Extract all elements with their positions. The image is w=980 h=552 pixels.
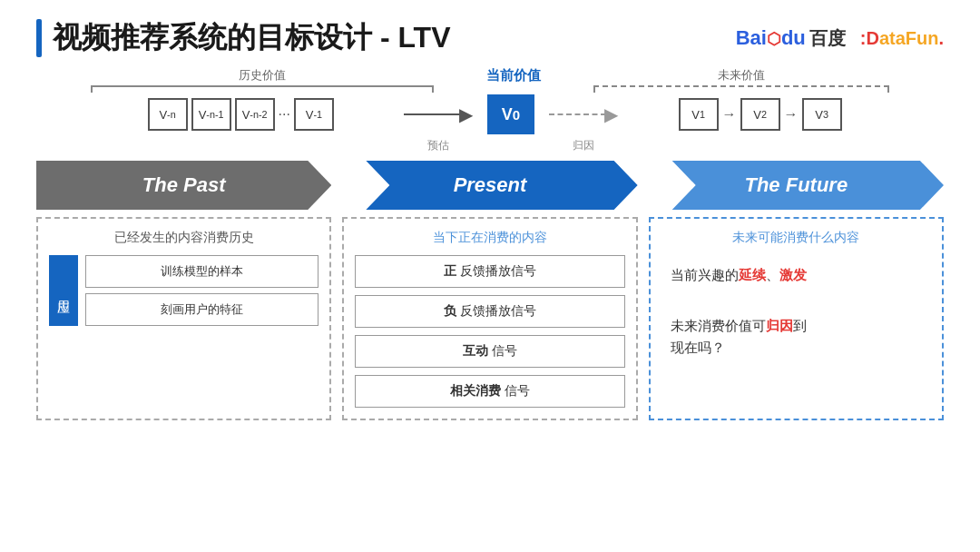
estimate-label: 预估	[427, 138, 449, 153]
future-red-1a: 延续	[739, 267, 766, 282]
apply-items: 训练模型的样本 刻画用户的特征	[85, 255, 318, 326]
datafun-logo: :DataFun.	[860, 28, 944, 49]
dashed-arrow-area: ▶	[549, 104, 618, 125]
past-boxes: V-n V-n-1 V-n-2 ··· V-1	[82, 98, 400, 131]
v-box-3: V3	[802, 98, 842, 131]
future-boxes: V1 → V2 → V3	[622, 98, 898, 131]
future-text-1a: 当前兴趣的	[671, 267, 739, 282]
signal-item-4: 相关消费 信号	[355, 375, 624, 408]
hist-value-label: 历史价值	[239, 67, 286, 84]
future-sep-1: 、	[766, 267, 779, 282]
arrow-1-icon: →	[722, 106, 737, 123]
current-value-label: 当前价值	[486, 67, 541, 84]
present-box-area: V0	[476, 94, 545, 134]
signal-2-text: 反馈播放信号	[456, 303, 536, 318]
present-shape: Present	[342, 161, 637, 210]
header-title-area: 视频推荐系统的目标设计 - LTV	[36, 18, 451, 58]
page: 视频推荐系统的目标设计 - LTV Bai⬡du百度 :DataFun. 历史价…	[0, 0, 980, 552]
signal-item-3: 互动 信号	[355, 335, 624, 368]
logo-area: Bai⬡du百度 :DataFun.	[736, 26, 944, 51]
future-shape: The Future	[649, 161, 944, 210]
dashed-right-arrow-icon: ▶	[604, 104, 618, 125]
signal-3-bold: 互动	[463, 343, 488, 358]
signal-1-bold: 正	[444, 263, 456, 278]
header: 视频推荐系统的目标设计 - LTV Bai⬡du百度 :DataFun.	[36, 18, 944, 58]
signal-4-bold: 相关消费	[450, 383, 501, 398]
future-subtitle: 未来可能消费什么内容	[662, 230, 931, 246]
signal-4-text: 信号	[501, 383, 530, 398]
present-content-box: 当下正在消费的内容 正 反馈播放信号 负 反馈播放信号 互动 信号 相关消费 信…	[342, 217, 637, 420]
future-item-1: 当前兴趣的延续、激发	[662, 255, 931, 295]
past-subtitle: 已经发生的内容消费历史	[49, 230, 318, 246]
v-box-minus1: V-1	[294, 98, 334, 131]
future-column: The Future 未来可能消费什么内容 当前兴趣的延续、激发 未来消费价值可…	[649, 161, 944, 420]
main-columns: The Past 已经发生的内容消费历史 应用 训练模型的样本 刻画用户的特征 …	[36, 161, 944, 420]
signal-item-1: 正 反馈播放信号	[355, 255, 624, 288]
v-box-n2: V-n-2	[235, 98, 275, 131]
present-label: Present	[454, 173, 527, 196]
present-timeline-label: 当前价值	[458, 67, 568, 84]
future-item-2: 未来消费价值可归因到现在吗？	[662, 306, 931, 368]
past-shape: The Past	[36, 161, 331, 210]
future-label: The Future	[744, 173, 848, 196]
present-subtitle: 当下正在消费的内容	[355, 230, 624, 246]
past-column: The Past 已经发生的内容消费历史 应用 训练模型的样本 刻画用户的特征	[36, 161, 331, 420]
future-red-2: 归因	[766, 318, 793, 333]
v0-box: V0	[487, 94, 534, 134]
v-box-n1: V-n-1	[191, 98, 231, 131]
past-content-box: 已经发生的内容消费历史 应用 训练模型的样本 刻画用户的特征	[36, 217, 331, 420]
sub-labels-row: 预估 归因	[73, 138, 907, 153]
signal-item-2: 负 反馈播放信号	[355, 295, 624, 328]
past-apply-container: 应用 训练模型的样本 刻画用户的特征	[49, 255, 318, 326]
future-red-1b: 激发	[779, 267, 807, 282]
future-value-label: 未来价值	[718, 67, 765, 84]
title-bar-decoration	[36, 19, 42, 57]
v-box-1: V1	[679, 98, 719, 131]
signal-1-text: 反馈播放信号	[456, 263, 536, 278]
baidu-logo: Bai⬡du百度	[736, 26, 846, 51]
apply-item-1: 训练模型的样本	[85, 255, 318, 288]
page-title: 视频推荐系统的目标设计 - LTV	[53, 18, 451, 58]
future-timeline-group: 未来价值	[584, 67, 898, 93]
future-text-2a: 未来消费价值可	[671, 318, 766, 333]
v-box-n: V-n	[148, 98, 188, 131]
arrow-2-icon: →	[784, 106, 799, 123]
apply-item-2: 刻画用户的特征	[85, 293, 318, 326]
solid-arrow-area: ▶	[404, 104, 473, 125]
right-arrow-icon: ▶	[459, 104, 473, 125]
signal-3-text: 信号	[488, 343, 517, 358]
signal-2-bold: 负	[444, 303, 456, 318]
attribution-label: 归因	[573, 138, 594, 153]
timeline-arrow-row: V-n V-n-1 V-n-2 ··· V-1 ▶ V0 ▶ V1	[73, 94, 907, 134]
signal-items: 正 反馈播放信号 负 反馈播放信号 互动 信号 相关消费 信号	[355, 255, 624, 408]
timeline-section: 历史价值 当前价值 未来价值 V-n V-n-1 V-n-2 ···	[36, 67, 944, 153]
past-label: The Past	[142, 173, 226, 196]
past-timeline-group: 历史价值	[82, 67, 443, 93]
dots-icon: ···	[279, 106, 290, 123]
present-column: Present 当下正在消费的内容 正 反馈播放信号 负 反馈播放信号 互动 信…	[342, 161, 637, 420]
future-content-box: 未来可能消费什么内容 当前兴趣的延续、激发 未来消费价值可归因到现在吗？	[649, 217, 944, 420]
v-box-2: V2	[740, 98, 780, 131]
apply-label: 应用	[49, 255, 78, 326]
